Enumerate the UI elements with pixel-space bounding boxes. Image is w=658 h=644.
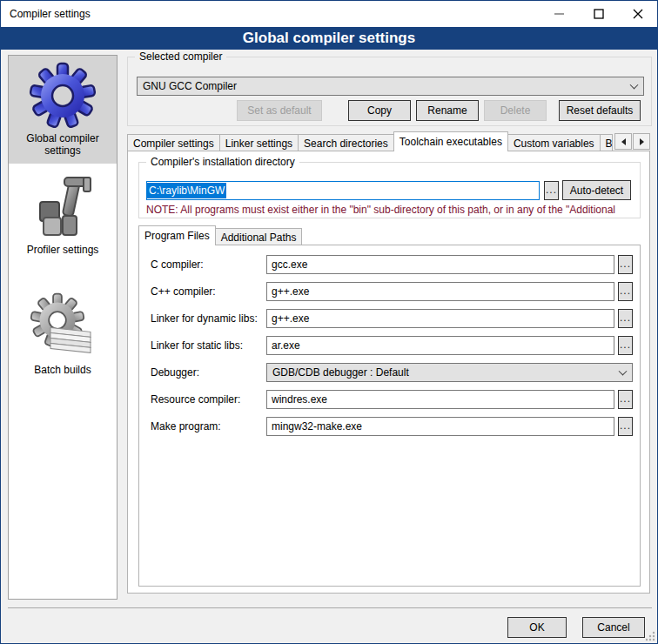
dialog-header-title: Global compiler settings: [243, 30, 415, 47]
debugger-label: Debugger:: [151, 366, 199, 379]
cancel-button[interactable]: Cancel: [582, 617, 645, 638]
ok-button[interactable]: OK: [507, 617, 567, 638]
field-row: Linker for static libs: ...: [139, 336, 640, 355]
compiler-settings-dialog: Compiler settings Global compiler settin…: [0, 0, 658, 644]
installation-directory-group: Compiler's installation directory C:\ray…: [138, 162, 641, 218]
installation-directory-value: C:\raylib\MinGW: [147, 183, 226, 198]
sidebar-item-label: Global compiler settings: [9, 131, 117, 164]
tab-scroll-right-button[interactable]: [633, 133, 650, 150]
make-program-label: Make program:: [151, 420, 221, 433]
static-linker-browse-button[interactable]: ...: [618, 336, 633, 355]
field-row: C compiler: ...: [139, 255, 640, 274]
resource-compiler-browse-button[interactable]: ...: [618, 390, 633, 409]
installation-directory-input[interactable]: C:\raylib\MinGW: [146, 181, 540, 200]
chevron-down-icon: [630, 81, 639, 90]
c-compiler-input[interactable]: [266, 255, 614, 274]
program-files-page: C compiler: ... C++ compiler: ... Linker…: [138, 245, 641, 587]
arrow-left-icon: [621, 138, 626, 145]
chevron-down-icon: [619, 367, 628, 376]
debugger-select-value: GDB/CDB debugger : Default: [272, 366, 409, 379]
window-title: Compiler settings: [10, 8, 91, 20]
reset-defaults-button[interactable]: Reset defaults: [559, 100, 641, 121]
minimize-button[interactable]: [540, 1, 579, 27]
set-as-default-button[interactable]: Set as default: [237, 100, 322, 121]
field-row: Make program: ...: [139, 417, 640, 436]
static-linker-input[interactable]: [266, 336, 614, 355]
close-button[interactable]: [618, 1, 657, 27]
dynamic-linker-browse-button[interactable]: ...: [618, 309, 633, 328]
inner-tab-strip: Program Files Additional Paths: [138, 225, 641, 245]
sidebar-item-profiler-settings[interactable]: Profiler settings: [9, 167, 117, 263]
settings-category-list: Global compiler settings: [8, 55, 118, 600]
footer-separator: [8, 607, 652, 608]
installation-directory-browse-button[interactable]: ...: [544, 181, 559, 200]
sidebar-item-global-compiler-settings[interactable]: Global compiler settings: [9, 56, 117, 164]
field-row: Resource compiler: ...: [139, 390, 640, 409]
dynamic-linker-label: Linker for dynamic libs:: [151, 312, 258, 325]
program-files-notebook: Program Files Additional Paths C compile…: [138, 225, 641, 587]
c-compiler-label: C compiler:: [151, 258, 204, 271]
installation-directory-note: NOTE: All programs must exist either in …: [146, 204, 630, 216]
tab-strip: Compiler settings Linker settings Search…: [127, 131, 650, 151]
auto-detect-button[interactable]: Auto-detect: [562, 180, 631, 200]
field-row: C++ compiler: ...: [139, 282, 640, 301]
dialog-header: Global compiler settings: [1, 27, 657, 50]
maximize-icon: [594, 9, 604, 19]
make-program-input[interactable]: [266, 417, 614, 436]
title-bar: Compiler settings: [1, 1, 657, 27]
caliper-icon: [28, 172, 97, 242]
toolchain-executables-page: Compiler's installation directory C:\ray…: [127, 151, 650, 594]
tab-build-options[interactable]: Build: [600, 134, 613, 151]
resource-compiler-input[interactable]: [266, 390, 614, 409]
tab-scroll-left-button[interactable]: [614, 133, 632, 150]
field-row: Linker for dynamic libs: ...: [139, 309, 640, 328]
selected-compiler-group-label: Selected compiler: [135, 50, 226, 63]
tab-linker-settings[interactable]: Linker settings: [219, 134, 299, 151]
resize-grip[interactable]: [644, 630, 655, 641]
compiler-select-value: GNU GCC Compiler: [143, 80, 237, 92]
maximize-button[interactable]: [579, 1, 618, 27]
cpp-compiler-browse-button[interactable]: ...: [618, 282, 633, 301]
c-compiler-browse-button[interactable]: ...: [618, 255, 633, 274]
tab-program-files[interactable]: Program Files: [138, 225, 216, 245]
static-linker-label: Linker for static libs:: [151, 339, 243, 352]
resource-compiler-label: Resource compiler:: [151, 393, 240, 406]
minimize-icon: [554, 13, 564, 15]
tab-compiler-settings[interactable]: Compiler settings: [127, 134, 220, 151]
sidebar-item-label: Batch builds: [9, 362, 117, 383]
make-program-browse-button[interactable]: ...: [618, 417, 633, 436]
sidebar-item-label: Profiler settings: [9, 242, 117, 263]
debugger-select[interactable]: GDB/CDB debugger : Default: [266, 363, 633, 382]
field-row: Debugger: GDB/CDB debugger : Default: [139, 363, 640, 382]
dynamic-linker-input[interactable]: [266, 309, 614, 328]
arrow-right-icon: [640, 138, 644, 145]
compiler-select[interactable]: GNU GCC Compiler: [137, 77, 644, 96]
close-icon: [633, 9, 643, 19]
selected-compiler-group: Selected compiler GNU GCC Compiler Set a…: [127, 57, 652, 126]
compiler-settings-notebook: Compiler settings Linker settings Search…: [127, 131, 650, 594]
cpp-compiler-input[interactable]: [266, 282, 614, 301]
installation-directory-group-label: Compiler's installation directory: [146, 156, 299, 168]
blue-gear-icon: [28, 61, 97, 131]
copy-button[interactable]: Copy: [348, 100, 411, 121]
tab-toolchain-executables[interactable]: Toolchain executables: [393, 131, 508, 151]
sidebar-item-batch-builds[interactable]: Batch builds: [9, 287, 117, 383]
tab-search-directories[interactable]: Search directories: [298, 134, 394, 151]
gear-stack-icon: [28, 292, 97, 362]
cpp-compiler-label: C++ compiler:: [151, 285, 216, 298]
delete-button[interactable]: Delete: [484, 100, 547, 121]
tab-custom-variables[interactable]: Custom variables: [507, 134, 601, 151]
rename-button[interactable]: Rename: [416, 100, 479, 121]
tab-additional-paths[interactable]: Additional Paths: [215, 228, 303, 245]
